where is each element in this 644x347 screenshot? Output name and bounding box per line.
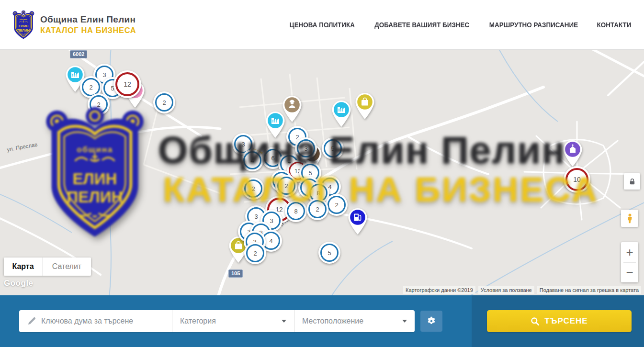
cluster-marker[interactable]: 3 (295, 137, 317, 159)
cluster-marker[interactable]: 2 (244, 242, 266, 264)
cluster-marker[interactable]: 10 (564, 166, 590, 193)
lock-icon (628, 178, 636, 186)
attribution-copyright: Картографски данни ©2019 (403, 286, 475, 294)
site-header: Община Елин Пелин КАТАЛОГ НА БИЗНЕСА ЦЕН… (0, 0, 644, 50)
cluster-marker[interactable]: 4 (241, 149, 263, 171)
cluster-marker[interactable]: 2 (326, 194, 348, 216)
zoom-control: + − (621, 242, 638, 282)
cluster-marker[interactable]: 5 (318, 242, 340, 264)
keyword-field (19, 310, 172, 332)
map-type-control: Карта Сателит (4, 257, 91, 276)
cluster-marker[interactable]: 8 (285, 200, 307, 222)
gear-icon (426, 316, 437, 326)
pegman-icon (624, 213, 635, 224)
search-icon (531, 317, 540, 326)
cluster-marker[interactable]: 12 (113, 70, 141, 98)
site-logo[interactable]: Община Елин Пелин КАТАЛОГ НА БИЗНЕСА (11, 10, 136, 40)
nav-item-route-schedule[interactable]: МАРШРУТНО РАЗПИСАНИЕ (489, 21, 578, 29)
zoom-out-button[interactable]: − (621, 263, 638, 283)
cluster-marker[interactable]: 2 (242, 178, 264, 200)
google-logo[interactable]: Google (4, 279, 34, 288)
page: Община Елин Пелин КАТАЛОГ НА БИЗНЕСА ЦЕН… (0, 0, 644, 347)
chevron-down-icon (282, 320, 286, 323)
location-select-value: Местоположение (302, 317, 363, 325)
chevron-down-icon (402, 320, 407, 323)
search-bar: Категория Местоположение ТЪРСЕНЕ (0, 295, 644, 347)
category-pin-factory[interactable] (264, 111, 286, 138)
nav-item-pricing[interactable]: ЦЕНОВА ПОЛИТИКА (290, 21, 355, 29)
advanced-settings-button[interactable] (420, 311, 442, 332)
cluster-marker[interactable]: 2 (275, 175, 297, 197)
pegman-button[interactable] (621, 210, 638, 227)
location-select[interactable]: Местоположение (294, 310, 415, 332)
zoom-in-button[interactable]: + (621, 242, 638, 262)
cluster-marker[interactable]: 2 (153, 91, 175, 113)
map-type-map-button[interactable]: Карта (4, 257, 42, 276)
road-number-badge: 6002 (70, 50, 87, 58)
site-title: Община Елин Пелин (40, 14, 136, 25)
search-button-label: ТЪРСЕНЕ (544, 316, 588, 326)
nav-item-contacts[interactable]: КОНТАКТИ (597, 21, 632, 29)
lock-button[interactable] (624, 173, 640, 190)
category-pin-church[interactable] (562, 139, 584, 167)
cluster-marker[interactable]: 5 (322, 137, 344, 159)
search-panel: Категория Местоположение (19, 310, 415, 332)
map-attribution: Картографски данни ©2019 Условия за полз… (403, 286, 641, 294)
main-nav: ЦЕНОВА ПОЛИТИКА ДОБАВЕТЕ ВАШИЯТ БИЗНЕС М… (288, 0, 632, 50)
terms-link[interactable]: Условия за ползване (478, 286, 534, 294)
report-error-link[interactable]: Подаване на сигнал за грешка в картата (537, 286, 641, 294)
category-pin-fuel[interactable] (347, 207, 369, 235)
site-subtitle: КАТАЛОГ НА БИЗНЕСА (40, 26, 136, 35)
cluster-marker[interactable]: 2 (88, 93, 110, 115)
keyword-input[interactable] (41, 317, 164, 325)
nav-item-add-business[interactable]: ДОБАВЕТЕ ВАШИЯТ БИЗНЕС (374, 21, 469, 29)
road-number-badge: 105 (228, 269, 243, 278)
cluster-marker[interactable]: 2 (306, 198, 328, 220)
map-type-satellite-button[interactable]: Сателит (42, 257, 91, 276)
category-select-value: Категория (180, 317, 216, 325)
map-canvas[interactable]: 6002105ул. Преславбул. „Новосел 32512223… (0, 50, 644, 295)
municipality-emblem-icon (11, 10, 35, 40)
category-pin-bag[interactable] (354, 92, 376, 120)
pencil-icon (27, 316, 36, 326)
search-button[interactable]: ТЪРСЕНЕ (487, 310, 632, 332)
category-pin-factory[interactable] (330, 100, 352, 127)
category-select[interactable]: Категория (172, 310, 294, 332)
